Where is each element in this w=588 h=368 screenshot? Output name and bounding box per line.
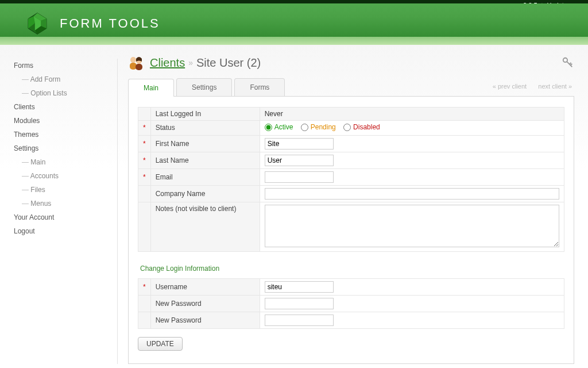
sidebar-item-add-form[interactable]: Add Form xyxy=(14,72,111,86)
form-table-main: Last Logged In Never * Status Active Pen… xyxy=(138,107,564,252)
svg-rect-9 xyxy=(136,64,142,70)
radio-pending[interactable] xyxy=(301,124,308,131)
svg-point-10 xyxy=(563,58,567,62)
label-new-password-2: New Password xyxy=(150,312,260,328)
form-table-login: * Username New Password New Password xyxy=(138,278,564,329)
sub-bar xyxy=(0,37,588,45)
prev-client-link[interactable]: « prev client xyxy=(490,83,529,90)
label-status: Status xyxy=(150,121,260,136)
people-icon xyxy=(128,55,144,70)
label-new-password-1: New Password xyxy=(150,295,260,312)
label-last-name: Last Name xyxy=(150,152,260,168)
value-last-logged-in: Never xyxy=(260,108,564,121)
main-content: Clients » Site User (2) Main Settings Fo… xyxy=(128,45,574,364)
breadcrumb-sep: » xyxy=(185,58,196,67)
logo-icon xyxy=(25,12,49,36)
breadcrumb-clients[interactable]: Clients xyxy=(150,56,185,70)
header: FORM TOOLS xyxy=(0,3,588,37)
status-option-disabled[interactable]: Disabled xyxy=(343,123,380,131)
product-title: FORM TOOLS xyxy=(60,16,160,31)
new-password-input-1[interactable] xyxy=(265,298,334,309)
sidebar-item-settings-menus[interactable]: Menus xyxy=(14,197,111,210)
status-option-active[interactable]: Active xyxy=(265,123,293,131)
sidebar-item-your-account[interactable]: Your Account xyxy=(14,210,111,224)
label-notes: Notes (not visible to client) xyxy=(150,202,260,251)
sidebar-item-settings-main[interactable]: Main xyxy=(14,155,111,169)
vertical-divider xyxy=(117,59,118,364)
sidebar-item-themes[interactable]: Themes xyxy=(14,128,111,141)
sidebar: Forms Add Form Option Lists Clients Modu… xyxy=(14,45,111,364)
notes-textarea[interactable] xyxy=(265,205,559,247)
label-email: Email xyxy=(150,168,260,185)
radio-disabled[interactable] xyxy=(343,124,351,131)
panel-main: Last Logged In Never * Status Active Pen… xyxy=(128,97,574,364)
tab-forms[interactable]: Forms xyxy=(234,78,285,96)
label-username: Username xyxy=(150,278,260,295)
update-button[interactable]: UPDATE xyxy=(138,337,183,351)
tab-settings[interactable]: Settings xyxy=(176,78,232,96)
section-change-login: Change Login Information xyxy=(140,264,564,273)
sidebar-item-settings-accounts[interactable]: Accounts xyxy=(14,169,111,183)
client-pager: « prev client next client » xyxy=(490,78,574,96)
req-mark: * xyxy=(138,121,151,136)
req-spacer xyxy=(138,108,151,121)
status-field: Active Pending Disabled xyxy=(260,121,564,136)
page-title: Clients » Site User (2) xyxy=(128,55,574,70)
sidebar-item-settings[interactable]: Settings xyxy=(14,141,111,155)
status-option-pending[interactable]: Pending xyxy=(301,123,336,131)
sidebar-item-option-lists[interactable]: Option Lists xyxy=(14,86,111,100)
sidebar-item-forms[interactable]: Forms xyxy=(14,59,111,72)
radio-active[interactable] xyxy=(265,124,272,131)
email-input[interactable] xyxy=(265,171,334,183)
svg-point-6 xyxy=(130,57,136,63)
tabs: Main Settings Forms « prev client next c… xyxy=(128,78,574,97)
sidebar-item-modules[interactable]: Modules xyxy=(14,114,111,128)
label-first-name: First Name xyxy=(150,135,260,152)
last-name-input[interactable] xyxy=(265,155,334,166)
tab-main[interactable]: Main xyxy=(128,79,174,97)
sidebar-item-settings-files[interactable]: Files xyxy=(14,183,111,197)
sidebar-item-logout[interactable]: Logout xyxy=(14,224,111,238)
page-title-name: Site User (2) xyxy=(196,56,261,70)
username-input[interactable] xyxy=(265,281,334,293)
label-last-logged-in: Last Logged In xyxy=(150,108,260,121)
label-company: Company Name xyxy=(150,185,260,202)
sidebar-item-clients[interactable]: Clients xyxy=(14,100,111,114)
company-input[interactable] xyxy=(265,188,559,200)
first-name-input[interactable] xyxy=(265,138,334,150)
new-password-input-2[interactable] xyxy=(265,315,334,326)
next-client-link[interactable]: next client » xyxy=(536,83,574,90)
keys-icon xyxy=(562,56,574,69)
